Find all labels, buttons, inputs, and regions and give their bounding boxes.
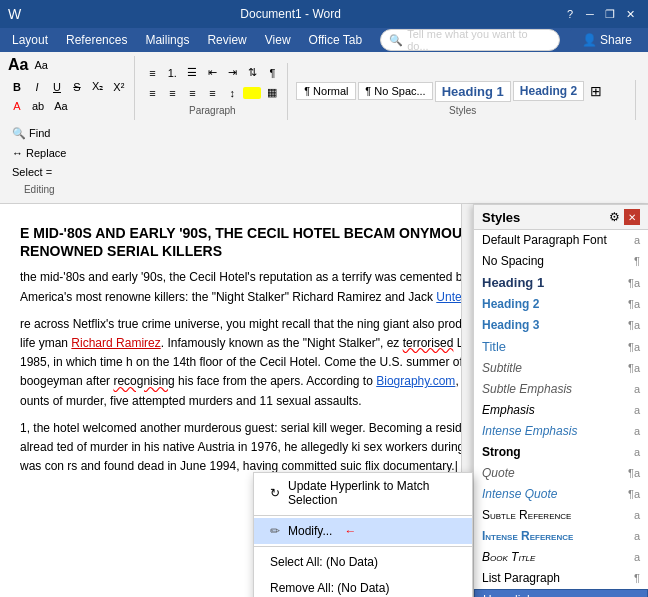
borders-button[interactable]: ▦ (263, 83, 281, 102)
style-no-spacing[interactable]: ¶ No Spac... (358, 82, 432, 100)
style-item-heading3[interactable]: Heading 3 ¶a (474, 315, 648, 336)
styles-panel-options-button[interactable]: ⚙ (609, 209, 620, 225)
italic-button[interactable]: I (28, 78, 46, 96)
styles-panel-header: Styles ⚙ ✕ (474, 205, 648, 230)
show-formatting-button[interactable]: ¶ (263, 64, 281, 82)
help-button[interactable]: ? (560, 4, 580, 24)
style-item-heading1[interactable]: Heading 1 ¶a (474, 272, 648, 294)
find-icon: 🔍 (12, 127, 26, 139)
style-item-subtle-emphasis[interactable]: Subtle Emphasis a (474, 379, 648, 400)
line-spacing-button[interactable]: ↕ (223, 84, 241, 102)
numbering-button[interactable]: 1. (163, 64, 181, 82)
subscript-button[interactable]: X₂ (88, 77, 107, 96)
decrease-indent-button[interactable]: ⇤ (203, 63, 221, 82)
style-item-title[interactable]: Title ¶a (474, 336, 648, 358)
share-button[interactable]: 👤 Share (570, 29, 644, 51)
find-button[interactable]: 🔍 Find (8, 124, 54, 143)
context-update-hyperlink[interactable]: ↻ Update Hyperlink to Match Selection (254, 473, 472, 513)
align-center-button[interactable]: ≡ (163, 84, 181, 102)
styles-label: Styles (296, 105, 629, 116)
select-button[interactable]: Select = (8, 163, 56, 181)
shading-button[interactable] (243, 87, 261, 99)
context-remove-all[interactable]: Remove All: (No Data) (254, 575, 472, 597)
terrorised-word: terrorised (403, 336, 454, 350)
style-item-hyperlink[interactable]: Hyperlink ▼ (474, 589, 648, 597)
styles-list: Default Paragraph Font a No Spacing ¶ He… (474, 230, 648, 597)
menu-layout[interactable]: Layout (4, 30, 56, 50)
menu-review[interactable]: Review (199, 30, 254, 50)
context-separator-1 (254, 515, 472, 516)
more-styles-button[interactable]: ⊞ (586, 80, 606, 102)
style-item-quote[interactable]: Quote ¶a (474, 463, 648, 484)
style-item-no-spacing[interactable]: No Spacing ¶ (474, 251, 648, 272)
paragraph-group: ≡ 1. ☰ ⇤ ⇥ ⇅ ¶ ≡ ≡ ≡ ≡ ↕ ▦ Paragraph (143, 63, 288, 120)
style-item-strong[interactable]: Strong a (474, 442, 648, 463)
style-heading1[interactable]: Heading 1 (435, 81, 511, 102)
sort-button[interactable]: ⇅ (243, 63, 261, 82)
style-item-list-paragraph[interactable]: List Paragraph ¶ (474, 568, 648, 589)
person-icon: 👤 (582, 33, 597, 47)
menu-view[interactable]: View (257, 30, 299, 50)
search-icon: 🔍 (389, 34, 403, 47)
context-select-all[interactable]: Select All: (No Data) (254, 549, 472, 575)
link-richard-ramirez[interactable]: Richard Ramirez (71, 336, 160, 350)
multilevel-list-button[interactable]: ☰ (183, 63, 201, 82)
style-item-subtitle[interactable]: Subtitle ¶a (474, 358, 648, 379)
menu-mailings[interactable]: Mailings (137, 30, 197, 50)
font-group: Aa Aa B I U S X₂ X² A ab Aa (8, 56, 135, 120)
main-area: E MID-'80S AND EARLY '90S, THE CECIL HOT… (0, 204, 648, 597)
menu-references[interactable]: References (58, 30, 135, 50)
styles-panel-close-button[interactable]: ✕ (624, 209, 640, 225)
window-controls: ? ─ ❐ ✕ (560, 4, 640, 24)
tell-me-placeholder: Tell me what you want to do... (407, 28, 550, 52)
red-arrow-icon: ← (344, 524, 356, 538)
align-left-button[interactable]: ≡ (143, 84, 161, 102)
change-case-button[interactable]: Aa (50, 97, 71, 115)
restore-button[interactable]: ❐ (600, 4, 620, 24)
paragraph-label: Paragraph (143, 105, 281, 116)
strikethrough-button[interactable]: S (68, 78, 86, 96)
text-color-button[interactable]: A (8, 97, 26, 115)
styles-group: ¶ Normal ¶ No Spac... Heading 1 Heading … (296, 80, 636, 120)
editing-group: 🔍 Find ↔ Replace Select = Editing (8, 124, 76, 199)
styles-panel: Styles ⚙ ✕ Default Paragraph Font a No S… (473, 204, 648, 597)
style-item-heading2[interactable]: Heading 2 ¶a (474, 294, 648, 315)
bold-button[interactable]: B (8, 78, 26, 96)
style-item-emphasis[interactable]: Emphasis a (474, 400, 648, 421)
recognising-word: recognising (113, 374, 174, 388)
close-button[interactable]: ✕ (620, 4, 640, 24)
style-item-subtle-reference[interactable]: Subtle Reference a (474, 505, 648, 526)
replace-button[interactable]: ↔ Replace (8, 144, 70, 162)
bullets-button[interactable]: ≡ (143, 64, 161, 82)
menu-office-tab[interactable]: Office Tab (301, 30, 371, 50)
style-normal[interactable]: ¶ Normal (296, 82, 356, 100)
menu-bar: Layout References Mailings Review View O… (0, 28, 648, 52)
pencil-icon: ✏ (270, 524, 280, 538)
superscript-button[interactable]: X² (109, 78, 128, 96)
word-icon: W (8, 6, 21, 22)
replace-icon: ↔ (12, 147, 23, 159)
highlight-button[interactable]: ab (28, 97, 48, 115)
minimize-button[interactable]: ─ (580, 4, 600, 24)
title-bar-text: Document1 - Word (21, 7, 560, 21)
styles-panel-title: Styles (482, 210, 520, 225)
justify-button[interactable]: ≡ (203, 84, 221, 102)
link-biography[interactable]: Biography.com (376, 374, 455, 388)
align-right-button[interactable]: ≡ (183, 84, 201, 102)
underline-button[interactable]: U (48, 78, 66, 96)
style-heading2[interactable]: Heading 2 (513, 81, 584, 101)
style-item-book-title[interactable]: Book Title a (474, 547, 648, 568)
font-size-increase-icon: Aa (8, 56, 28, 74)
ribbon: Aa Aa B I U S X₂ X² A ab Aa ≡ 1. ☰ (0, 52, 648, 204)
increase-indent-button[interactable]: ⇥ (223, 63, 241, 82)
title-bar: W Document1 - Word ? ─ ❐ ✕ (0, 0, 648, 28)
style-item-intense-reference[interactable]: Intense Reference a (474, 526, 648, 547)
style-item-intense-emphasis[interactable]: Intense Emphasis a (474, 421, 648, 442)
tell-me-box[interactable]: 🔍 Tell me what you want to do... (380, 29, 559, 51)
style-item-default[interactable]: Default Paragraph Font a (474, 230, 648, 251)
context-menu: ↻ Update Hyperlink to Match Selection ✏ … (253, 472, 473, 597)
editing-label: Editing (8, 184, 70, 195)
style-item-intense-quote[interactable]: Intense Quote ¶a (474, 484, 648, 505)
context-modify[interactable]: ✏ Modify... ← (254, 518, 472, 544)
context-separator-2 (254, 546, 472, 547)
